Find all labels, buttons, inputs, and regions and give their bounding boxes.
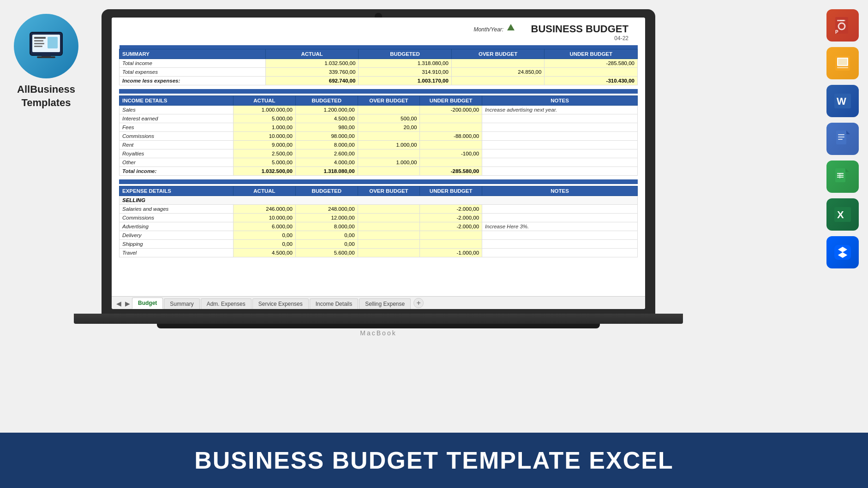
logo-text: AllBusiness Templates (17, 83, 75, 109)
bottom-banner-text: BUSINESS BUDGET TEMPLATE EXCEL (194, 446, 673, 474)
spreadsheet-content: Month/Year: BUSINESS BUDGET 04-22 SUMMAR… (112, 18, 645, 309)
expense-row-delivery: Delivery 0,00 0,00 (120, 231, 638, 239)
summary-row-1: Total income 1.032.500,00 1.318.080,00 -… (120, 59, 638, 67)
expense-row-travel: Travel 4.500,00 5.600,00 -1.000,00 (120, 248, 638, 257)
svg-rect-5 (34, 46, 42, 47)
powerpoint-icon[interactable]: P (826, 9, 859, 42)
summary-actual-header: ACTUAL (265, 49, 359, 59)
summary-budgeted-header: BUDGETED (359, 49, 452, 59)
income-row-other: Other 5.000,00 4.000,00 1.000,00 (120, 158, 638, 167)
expense-row-salaries: Salaries and wages 246.000,00 248.000,00… (120, 204, 638, 213)
tab-budget[interactable]: Budget (132, 298, 163, 309)
expense-budgeted-header: BUDGETED (295, 186, 358, 196)
svg-rect-27 (837, 173, 844, 174)
income-row-royalties: Royalties 2.500,00 2.600,00 -100,00 (120, 149, 638, 158)
summary-header: SUMMARY (120, 49, 266, 59)
tab-income-details[interactable]: Income Details (310, 298, 358, 309)
microsoft-word-icon[interactable]: W (826, 85, 859, 117)
income-row-interest: Interest earned 5.000,00 4.500,00 500,00 (120, 114, 638, 123)
macbook-foot (157, 324, 600, 328)
svg-rect-28 (837, 175, 844, 176)
expense-row-commissions: Commissions 10.000,00 12.000,00 -2.000,0… (120, 213, 638, 222)
budget-date: 04-22 (614, 35, 629, 42)
svg-rect-23 (838, 137, 844, 137)
expense-notes-header: NOTES (482, 186, 638, 196)
month-year-flag (507, 24, 515, 30)
income-row-rent: Rent 9.000,00 8.000,00 1.000,00 (120, 140, 638, 149)
dropbox-icon[interactable] (826, 236, 859, 268)
sheet-tabs: ◀ ▶ Budget Summary Adm. Expenses Service… (112, 296, 645, 309)
google-docs-icon[interactable] (826, 123, 859, 155)
income-row-commissions: Commissions 10.000,00 98.000,00 -88.000,… (120, 131, 638, 140)
expense-table: EXPENSE DETAILS ACTUAL BUDGETED OVER BUD… (119, 186, 638, 257)
section-divider-2 (119, 179, 638, 184)
svg-rect-2 (34, 37, 46, 39)
section-divider-1 (119, 89, 638, 94)
income-header: INCOME DETAILS (120, 95, 233, 105)
expense-over-header: OVER BUDGET (358, 186, 420, 196)
svg-text:X: X (837, 209, 844, 220)
google-slides-icon[interactable] (826, 47, 859, 79)
budget-title-block: BUSINESS BUDGET 04-22 (531, 23, 629, 42)
doc-header: Month/Year: BUSINESS BUDGET 04-22 (119, 23, 638, 42)
svg-rect-17 (838, 59, 847, 65)
tab-selling-expense[interactable]: Selling Expense (359, 298, 411, 309)
income-row-fees: Fees 1.000,00 980,00 20,00 (120, 123, 638, 131)
svg-text:P: P (835, 30, 838, 35)
svg-rect-4 (34, 43, 44, 44)
tab-nav-left[interactable]: ◀ (114, 298, 123, 309)
tab-service-expenses[interactable]: Service Expenses (252, 298, 309, 309)
income-budgeted-header: BUDGETED (295, 95, 358, 105)
summary-table: SUMMARY ACTUAL BUDGETED OVER BUDGET UNDE… (119, 45, 638, 85)
budget-title: BUSINESS BUDGET (531, 23, 629, 35)
expense-row-shipping: Shipping 0,00 0,00 (120, 239, 638, 248)
summary-row-3: Income less expenses: 692.740,00 1.003.1… (120, 76, 638, 85)
logo-block: AllBusiness Templates (14, 14, 78, 109)
svg-rect-12 (840, 20, 845, 21)
macbook-container: Month/Year: BUSINESS BUDGET 04-22 SUMMAR… (102, 9, 655, 337)
tab-summary[interactable]: Summary (164, 298, 199, 309)
svg-rect-8 (37, 56, 55, 58)
expense-selling-header: SELLING (120, 196, 638, 204)
svg-rect-22 (838, 134, 844, 135)
logo-circle (14, 14, 78, 78)
summary-under-header: UNDER BUDGET (545, 49, 638, 59)
microsoft-excel-icon[interactable]: X (826, 198, 859, 231)
macbook-body: Month/Year: BUSINESS BUDGET 04-22 SUMMAR… (102, 9, 655, 314)
svg-text:W: W (837, 95, 846, 107)
expense-header: EXPENSE DETAILS (120, 186, 233, 196)
income-table: INCOME DETAILS ACTUAL BUDGETED OVER BUDG… (119, 95, 638, 176)
macbook-screen: Month/Year: BUSINESS BUDGET 04-22 SUMMAR… (112, 18, 645, 309)
bottom-banner: BUSINESS BUDGET TEMPLATE EXCEL (0, 433, 868, 488)
summary-row-2: Total expenses 339.760,00 314.910,00 24.… (120, 67, 638, 76)
income-over-header: OVER BUDGET (358, 95, 420, 105)
google-sheets-icon[interactable] (826, 161, 859, 193)
svg-rect-6 (48, 37, 58, 48)
income-notes-header: NOTES (482, 95, 638, 105)
macbook-base (74, 314, 683, 324)
expense-actual-header: ACTUAL (233, 186, 296, 196)
tab-adm-expenses[interactable]: Adm. Expenses (201, 298, 251, 309)
income-row-total: Total income: 1.032.500,00 1.318.080,00 … (120, 167, 638, 175)
svg-rect-29 (837, 177, 844, 178)
svg-rect-16 (837, 67, 848, 68)
svg-marker-21 (846, 131, 850, 134)
app-icons-panel: P W X (826, 9, 859, 268)
logo-icon (28, 28, 65, 65)
month-year-label: Month/Year: (473, 26, 503, 33)
tab-nav-right[interactable]: ▶ (123, 298, 132, 309)
income-under-header: UNDER BUDGET (420, 95, 482, 105)
income-row-sales: Sales 1.000.000,00 1.200.000,00 -200.000… (120, 105, 638, 114)
income-actual-header: ACTUAL (233, 95, 296, 105)
svg-rect-3 (34, 40, 43, 42)
summary-over-header: OVER BUDGET (451, 49, 545, 59)
svg-rect-24 (838, 139, 843, 140)
add-sheet-button[interactable]: + (413, 298, 424, 308)
svg-marker-26 (845, 168, 849, 172)
expense-under-header: UNDER BUDGET (420, 186, 482, 196)
macbook-label: MacBook (102, 329, 655, 337)
expense-row-advertising: Advertising 6.000,00 8.000,00 -2.000,00 … (120, 222, 638, 231)
